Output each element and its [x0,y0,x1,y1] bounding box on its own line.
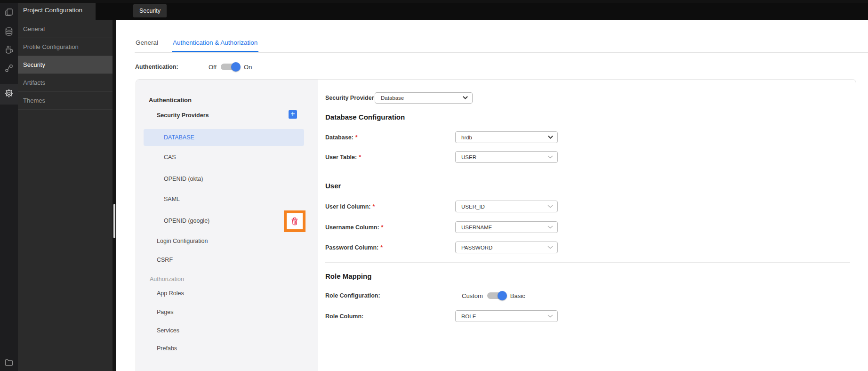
chevron-down-icon [548,136,553,139]
toggle-off-label: Off [209,64,217,71]
tab-authentication-authorization[interactable]: Authentication & Authorization [172,39,258,52]
username-column-row: Username Column:* USERNAME [325,221,558,233]
role-configuration-row: Role Configuration: Custom Basic [325,290,525,301]
role-column-label: Role Column: [325,313,455,320]
authentication-toggle[interactable] [221,64,240,70]
sidebar-scroll-gutter [113,20,116,371]
username-column-select[interactable]: USERNAME [455,221,558,233]
custom-label: Custom [462,292,483,299]
toggle-on-label: On [244,64,252,71]
sidebar-item-profile-configuration[interactable]: Profile Configuration [18,38,113,56]
scrollbar-thumb[interactable] [113,204,115,238]
role-column-row: Role Column: ROLE [325,310,558,322]
provider-item-database[interactable]: DATABASE [144,129,304,146]
pages-icon[interactable] [0,7,18,17]
user-table-label: User Table:* [325,154,455,161]
nav-item-pages[interactable]: Pages [157,309,173,315]
password-column-row: Password Column:* PASSWORD [325,242,558,253]
username-column-label: Username Column:* [325,224,455,231]
security-provider-label: Security Provider [325,95,375,101]
icon-rail [0,0,18,371]
authentication-section-header: Authentication [149,97,192,104]
top-edge-strip [0,0,868,3]
security-provider-select[interactable]: Database [375,92,473,104]
provider-item-cas[interactable]: CAS [164,154,176,161]
apis-icon[interactable] [0,63,18,73]
nav-item-services[interactable]: Services [157,327,179,334]
role-mapping-heading: Role Mapping [325,272,371,280]
database-configuration-heading: Database Configuration [325,113,405,121]
chevron-down-icon [547,226,553,229]
user-id-column-label: User Id Column:* [325,203,455,210]
database-icon[interactable] [0,26,18,37]
role-column-select[interactable]: ROLE [455,310,558,322]
database-row: Database:* hrdb [325,131,558,143]
role-configuration-toggle-group: Custom Basic [462,292,525,299]
security-providers-header: Security Providers [157,112,209,119]
settings-gear-icon[interactable] [0,88,18,98]
java-icon[interactable] [0,44,18,55]
database-select[interactable]: hrdb [455,131,558,143]
nav-item-prefabs[interactable]: Prefabs [157,345,177,352]
provider-item-openid-okta[interactable]: OPENID (okta) [164,176,203,182]
security-provider-row: Security Provider Database [325,92,473,104]
provider-item-openid-google[interactable]: OPENID (google) [164,218,209,224]
chevron-down-icon [463,96,468,99]
user-heading: User [325,182,341,190]
authentication-label: Authentication: [135,64,209,70]
authorization-section-header: Authorization [150,276,184,282]
user-table-select[interactable]: USER [455,151,558,163]
chevron-down-icon [547,155,553,159]
add-provider-button[interactable]: + [289,110,297,119]
toggle-knob [231,62,241,72]
basic-label: Basic [510,292,525,299]
authentication-toggle-row: Authentication: Off On [135,62,252,72]
role-configuration-label: Role Configuration: [325,292,455,299]
tabs-row: General Authentication & Authorization [135,20,868,53]
user-id-column-row: User Id Column:* USER_ID [325,201,558,212]
provider-item-saml[interactable]: SAML [164,196,180,202]
chevron-down-icon [547,315,553,318]
security-nav-panel: Authentication Security Providers + DATA… [136,80,318,371]
toggle-knob [498,291,507,300]
topbar-tab-security[interactable]: Security [133,4,167,17]
sidebar-item-themes[interactable]: Themes [18,92,113,110]
nav-item-csrf[interactable]: CSRF [157,257,173,263]
section-divider [325,262,850,263]
project-config-sidebar: Project Configuration General Profile Co… [18,0,113,371]
user-table-row: User Table:* USER [325,151,558,163]
delete-provider-annotation-box[interactable] [284,210,305,232]
tab-general[interactable]: General [135,39,159,52]
security-config-card: Authentication Security Providers + DATA… [136,79,856,371]
database-label: Database:* [325,134,455,141]
topbar: Security [96,0,868,20]
role-configuration-toggle[interactable] [487,292,506,299]
folder-icon[interactable] [0,357,18,368]
password-column-select[interactable]: PASSWORD [455,242,558,253]
user-id-column-select[interactable]: USER_ID [455,201,558,212]
sidebar-item-general[interactable]: General [18,20,113,38]
trash-icon [291,217,298,226]
nav-item-app-roles[interactable]: App Roles [157,290,184,297]
chevron-down-icon [547,205,553,208]
password-column-label: Password Column:* [325,244,455,251]
sidebar-item-artifacts[interactable]: Artifacts [18,74,113,92]
main-content: General Authentication & Authorization A… [116,20,868,371]
nav-item-login-configuration[interactable]: Login Configuration [157,238,208,244]
chevron-down-icon [547,246,553,249]
section-divider [325,173,850,173]
sidebar-item-security[interactable]: Security [18,56,113,74]
